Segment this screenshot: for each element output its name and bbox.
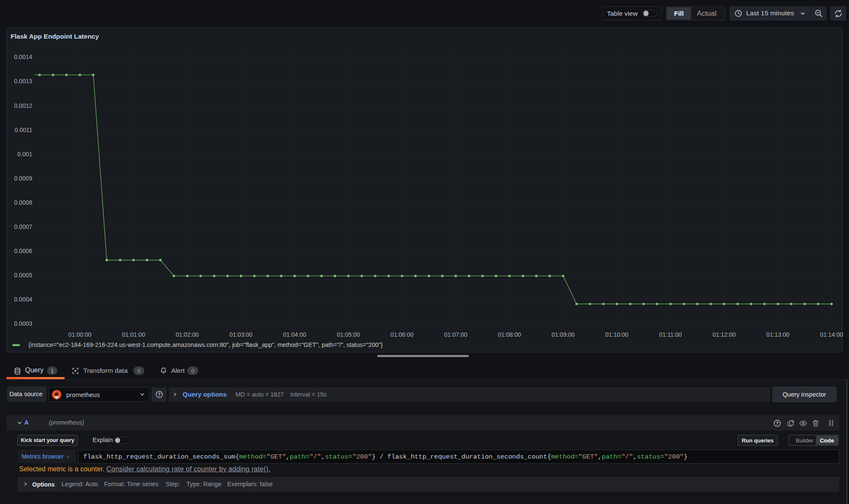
svg-text:0.0005: 0.0005 [14,272,32,279]
svg-text:01:03:00: 01:03:00 [229,331,253,338]
svg-text:01:11:00: 01:11:00 [659,331,682,338]
svg-text:0.0014: 0.0014 [14,53,32,60]
svg-text:01:13:00: 01:13:00 [766,331,790,338]
svg-text:0.0003: 0.0003 [14,320,32,327]
svg-text:0.0012: 0.0012 [14,102,32,109]
svg-text:?: ? [776,421,778,426]
svg-text:01:12:00: 01:12:00 [713,331,736,338]
svg-text:01:10:00: 01:10:00 [605,331,629,338]
svg-text:01:09:00: 01:09:00 [552,331,575,338]
svg-text:01:05:00: 01:05:00 [337,331,360,338]
svg-text:0.0008: 0.0008 [14,199,32,206]
svg-text:0.0006: 0.0006 [14,248,32,254]
svg-text:0.0004: 0.0004 [14,296,32,303]
svg-text:01:07:00: 01:07:00 [444,331,468,338]
svg-text:01:04:00: 01:04:00 [283,331,307,338]
svg-text:01:06:00: 01:06:00 [390,331,414,338]
svg-text:01:00:00: 01:00:00 [68,331,92,338]
svg-text:0.0011: 0.0011 [14,127,32,133]
svg-text:{instance="ec2-184-169-216-224: {instance="ec2-184-169-216-224.us-west-1… [28,341,383,348]
svg-text:01:01:00: 01:01:00 [122,331,145,338]
svg-text:0.001: 0.001 [17,151,32,158]
svg-text:01:08:00: 01:08:00 [498,331,521,338]
svg-text:0.0007: 0.0007 [14,223,32,230]
svg-text:?: ? [158,392,160,397]
svg-text:01:14:00: 01:14:00 [820,331,843,338]
svg-text:0.0009: 0.0009 [14,175,32,182]
svg-text:0.0013: 0.0013 [14,78,32,84]
svg-text:01:02:00: 01:02:00 [176,331,199,338]
